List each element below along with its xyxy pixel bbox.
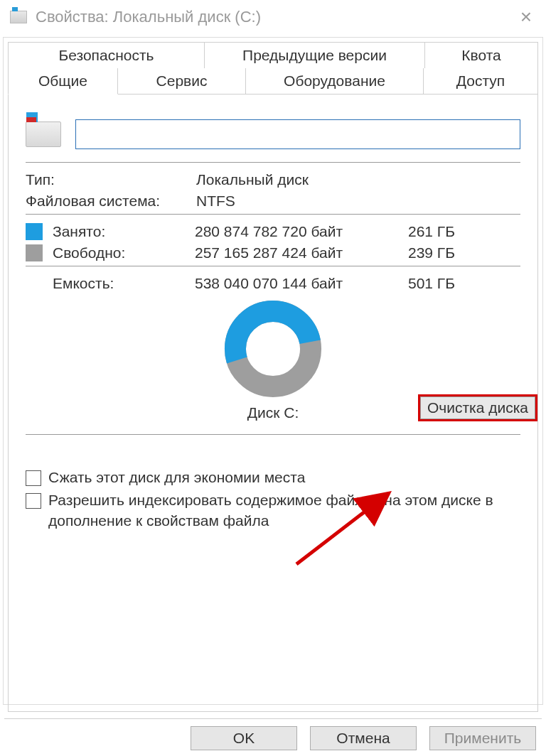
type-value: Локальный диск [196, 171, 520, 188]
divider [26, 434, 520, 435]
free-bytes: 257 165 287 424 байт [195, 244, 408, 261]
cancel-button[interactable]: Отмена [310, 726, 417, 750]
ok-button[interactable]: OK [191, 726, 297, 750]
used-gb: 261 ГБ [408, 223, 520, 240]
filesystem-value: NTFS [196, 193, 520, 210]
index-checkbox[interactable] [26, 493, 41, 509]
disk-label: Диск C: [247, 404, 299, 421]
tab-content-general: Тип: Локальный диск Файловая система: NT… [8, 94, 538, 712]
window-body: Безопасность Предыдущие версии Квота Общ… [3, 37, 543, 705]
apply-button[interactable]: Применить [429, 726, 536, 750]
compress-label: Сжать этот диск для экономии места [48, 468, 305, 487]
used-label: Занято: [53, 223, 195, 240]
used-bytes: 280 874 782 720 байт [195, 223, 408, 240]
close-icon[interactable]: × [516, 6, 536, 28]
titlebar: Свойства: Локальный диск (C:) × [0, 0, 546, 36]
tab-quota[interactable]: Квота [424, 42, 538, 68]
capacity-gb: 501 ГБ [408, 275, 520, 292]
divider [26, 162, 520, 163]
capacity-label: Емкость: [53, 275, 195, 292]
filesystem-label: Файловая система: [26, 193, 196, 210]
dialog-button-bar: OK Отмена Применить [4, 718, 542, 755]
index-label: Разрешить индексировать содержимое файло… [48, 490, 520, 531]
usage-chart: Диск C: Очистка диска [26, 299, 520, 421]
type-label: Тип: [26, 171, 196, 188]
free-gb: 239 ГБ [408, 244, 520, 261]
tab-sharing[interactable]: Доступ [424, 68, 538, 94]
divider [26, 266, 520, 266]
drive-icon [26, 122, 61, 147]
drive-icon [10, 11, 27, 23]
tabs: Безопасность Предыдущие версии Квота Общ… [8, 42, 538, 94]
tab-previous-versions[interactable]: Предыдущие версии [204, 42, 424, 68]
tab-tools[interactable]: Сервис [118, 68, 246, 94]
used-color-swatch [26, 223, 43, 240]
free-label: Свободно: [53, 244, 195, 261]
capacity-bytes: 538 040 070 144 байт [195, 275, 408, 292]
space-table: Занято: 280 874 782 720 байт 261 ГБ Своб… [26, 223, 520, 261]
window-title: Свойства: Локальный диск (C:) [36, 8, 261, 26]
free-color-swatch [26, 244, 43, 261]
tab-security[interactable]: Безопасность [8, 42, 204, 68]
divider [26, 214, 520, 215]
tab-general[interactable]: Общие [8, 68, 118, 94]
volume-name-input[interactable] [75, 119, 520, 149]
disk-cleanup-button[interactable]: Очистка диска [418, 394, 537, 421]
tab-hardware[interactable]: Оборудование [246, 68, 424, 94]
compress-checkbox[interactable] [26, 470, 41, 486]
pie-chart-icon [223, 299, 323, 399]
